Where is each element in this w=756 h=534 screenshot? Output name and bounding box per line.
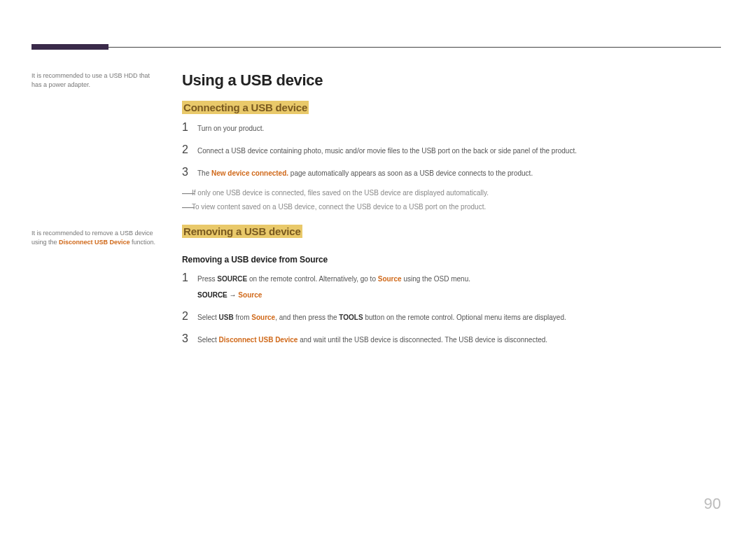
remove-step-1: 1 Press SOURCE on the remote control. Al… xyxy=(182,272,721,284)
main-content: Using a USB device Connecting a USB devi… xyxy=(182,71,721,355)
step-3: 3 The New device connected. page automat… xyxy=(182,166,721,178)
connect-steps: 1 Turn on your product. 2 Connect a USB … xyxy=(182,121,721,178)
side-note-1: It is recommended to use a USB HDD that … xyxy=(31,71,161,89)
side-note-2: It is recommended to remove a USB device… xyxy=(31,229,161,246)
remove-step-3: 3 Select Disconnect USB Device and wait … xyxy=(182,332,721,345)
nav-path: SOURCE → Source xyxy=(197,291,721,299)
header-bar xyxy=(31,42,721,52)
header-accent xyxy=(31,44,108,50)
remove-steps: 1 Press SOURCE on the remote control. Al… xyxy=(182,272,721,345)
page-number: 90 xyxy=(704,495,721,513)
section-heading-connecting: Connecting a USB device xyxy=(182,101,309,114)
remove-step-2: 2 Select USB from Source, and then press… xyxy=(182,310,721,323)
document-page: It is recommended to use a USB HDD that … xyxy=(0,0,756,383)
sidebar: It is recommended to use a USB HDD that … xyxy=(31,71,161,355)
note-1: ―If only one USB device is connected, fi… xyxy=(182,188,721,198)
header-rule xyxy=(31,47,721,48)
section-heading-removing: Removing a USB device xyxy=(182,225,302,238)
step-2: 2 Connect a USB device containing photo,… xyxy=(182,143,721,156)
note-2: ―To view content saved on a USB device, … xyxy=(182,202,721,212)
subheading-removing-source: Removing a USB device from Source xyxy=(182,255,721,265)
page-title: Using a USB device xyxy=(182,71,721,90)
connect-notes: ―If only one USB device is connected, fi… xyxy=(182,188,721,212)
step-1: 1 Turn on your product. xyxy=(182,121,721,134)
